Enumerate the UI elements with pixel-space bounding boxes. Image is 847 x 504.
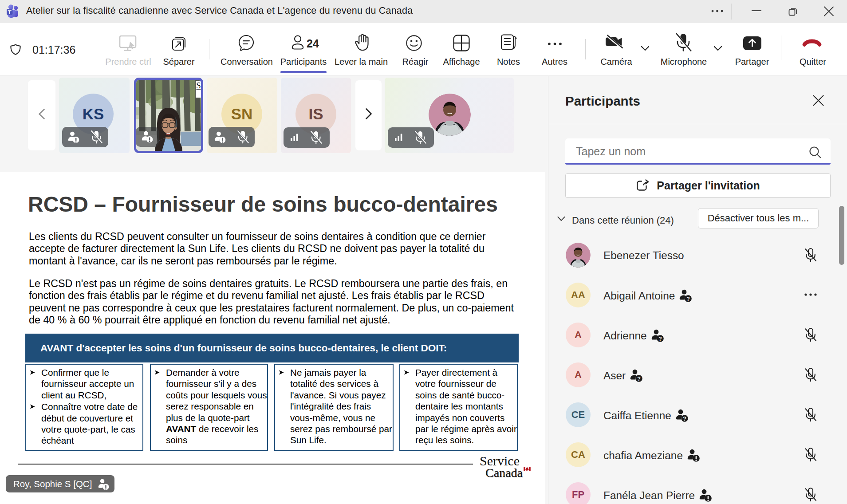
svg-text:S: S: [196, 81, 201, 90]
